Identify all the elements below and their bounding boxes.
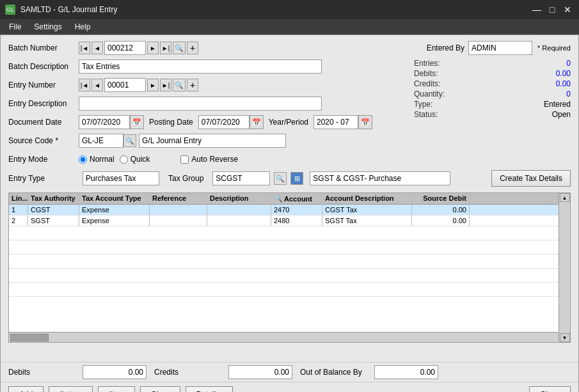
minimize-button[interactable]: —	[530, 4, 543, 15]
entry-mode-normal-label: Normal	[90, 155, 115, 164]
entry-mode-quick-radio[interactable]	[120, 155, 128, 164]
entry-add-btn[interactable]: +	[187, 79, 198, 91]
batch-first-btn[interactable]: |◄	[79, 42, 90, 54]
quantity-label: Quantity:	[414, 90, 445, 98]
batch-number-input[interactable]: 000212	[104, 41, 146, 55]
add-button[interactable]: Add	[8, 386, 44, 392]
source-code-label: Source Code *	[8, 136, 79, 145]
table-row[interactable]: 1 CGST Expense 2470 CGST Tax 0.00	[9, 205, 559, 216]
entry-nav-controls: |◄ ◄ 00001 ► ►| 🔍 +	[79, 78, 198, 92]
menu-bar: File Settings Help	[0, 19, 579, 35]
detail-button[interactable]: Detail...	[186, 386, 234, 392]
batch-add-btn[interactable]: +	[187, 42, 198, 54]
bottom-totals: Debits 0.00 Credits 0.00 Out of Balance …	[1, 362, 578, 382]
status-value: Open	[552, 110, 571, 119]
source-code-input[interactable]: GL-JE	[79, 134, 123, 148]
create-tax-details-btn[interactable]: Create Tax Details	[491, 170, 571, 187]
tax-group-desc-input[interactable]: SGST & CGST- Purchase	[310, 171, 450, 185]
entry-search-btn[interactable]: 🔍	[173, 79, 186, 91]
entries-value: 0	[532, 59, 571, 68]
source-code-search-btn[interactable]: 🔍	[123, 134, 136, 147]
dates-row: Document Date 07/07/2020 📅 Posting Date …	[8, 114, 408, 130]
td-src-debit-1: 0.00	[412, 205, 470, 215]
clear-button[interactable]: Clear	[140, 386, 180, 392]
entry-last-btn[interactable]: ►|	[160, 79, 171, 91]
debits-total-input[interactable]: 0.00	[83, 365, 147, 379]
entry-number-label: Entry Number	[8, 81, 79, 90]
post-button[interactable]: Post	[98, 386, 135, 392]
td-acct-desc-1: CGST Tax	[322, 205, 412, 215]
credits-total-input[interactable]: 0.00	[228, 365, 292, 379]
entry-mode-normal-radio[interactable]	[79, 155, 87, 164]
year-period-input[interactable]: 2020 - 07	[313, 115, 358, 129]
doc-date-input[interactable]: 07/07/2020	[79, 115, 130, 129]
debits-info-row: Debits: 0.00	[414, 69, 571, 78]
quantity-info-row: Quantity: 0	[414, 90, 571, 98]
batch-next-btn[interactable]: ►	[147, 42, 159, 54]
entry-number-input[interactable]: 00001	[104, 78, 146, 92]
status-label: Status:	[414, 110, 438, 119]
vertical-scrollbar[interactable]: ▲ ▼	[559, 192, 571, 343]
td-ref-2	[150, 216, 207, 226]
tax-group-search-btn[interactable]: 🔍	[274, 172, 287, 185]
td-authority-2: SGST	[28, 216, 79, 226]
horizontal-scrollbar[interactable]	[8, 333, 559, 343]
table-row[interactable]: 2 SGST Expense 2480 SGST Tax 0.00	[9, 216, 559, 226]
posting-date-calendar-btn[interactable]: 📅	[250, 115, 264, 129]
td-desc-2	[207, 216, 271, 226]
entry-mode-quick-group: Quick	[120, 155, 155, 164]
window-title: SAMLTD - G/L Journal Entry	[20, 5, 117, 14]
doc-date-calendar-btn[interactable]: 📅	[130, 115, 144, 129]
posting-date-input[interactable]: 07/07/2020	[198, 115, 250, 129]
auto-reverse-label: Auto Reverse	[191, 155, 238, 164]
year-period-calendar-btn[interactable]: 📅	[358, 115, 372, 129]
entry-next-btn[interactable]: ►	[147, 79, 159, 91]
entries-label: Entries:	[414, 59, 440, 68]
entry-number-row: Entry Number |◄ ◄ 00001 ► ►| 🔍 +	[8, 77, 408, 93]
scroll-up-btn[interactable]: ▲	[560, 193, 570, 202]
tax-group-extra-btn[interactable]: ⊞	[290, 172, 303, 185]
batch-nav-controls: |◄ ◄ 000212 ► ►| 🔍 +	[79, 41, 198, 55]
close-button[interactable]: Close	[529, 386, 571, 392]
auto-reverse-checkbox[interactable]	[180, 155, 189, 164]
entry-mode-normal-group: Normal	[79, 155, 120, 164]
table-row-empty	[9, 283, 559, 297]
batch-desc-row: Batch Description Tax Entries	[8, 59, 408, 74]
batch-desc-input[interactable]: Tax Entries	[79, 59, 322, 74]
menu-help[interactable]: Help	[68, 21, 97, 33]
type-info-row: Type: Entered	[414, 100, 571, 109]
th-src-debit: Source Debit	[412, 193, 470, 204]
batch-last-btn[interactable]: ►|	[160, 42, 171, 54]
hscroll-thumb[interactable]	[10, 334, 49, 341]
footer-buttons: Add Delete Post Clear Detail... Close	[1, 382, 578, 392]
menu-settings[interactable]: Settings	[28, 21, 68, 33]
scroll-down-btn[interactable]: ▼	[560, 333, 570, 342]
entry-desc-label: Entry Description	[8, 99, 79, 108]
tax-group-input[interactable]: SCGST	[212, 171, 270, 185]
td-line-2: 2	[9, 216, 28, 226]
th-reference: Reference	[150, 193, 207, 204]
maximize-button[interactable]: □	[546, 4, 559, 15]
left-column: Batch Description Tax Entries Entry Numb…	[8, 59, 408, 170]
tax-table-inner: Lin... Tax Authority Tax Account Type Re…	[8, 192, 559, 343]
td-acct-type-1: Expense	[79, 205, 150, 215]
entry-prev-btn[interactable]: ◄	[91, 79, 103, 91]
entered-by-input[interactable]: ADMIN	[468, 41, 532, 55]
tax-table-header: Lin... Tax Authority Tax Account Type Re…	[8, 192, 559, 205]
table-row-empty	[9, 255, 559, 269]
menu-file[interactable]: File	[3, 21, 28, 33]
debits-total-group: Debits 0.00	[8, 365, 147, 379]
entry-desc-input[interactable]	[79, 97, 322, 111]
source-code-desc-input[interactable]: G/L Journal Entry	[139, 134, 286, 148]
batch-search-btn[interactable]: 🔍	[173, 42, 186, 54]
debits-value: 0.00	[532, 69, 571, 78]
out-of-balance-input[interactable]: 0.00	[374, 365, 438, 379]
entry-type-input[interactable]: Purchases Tax	[83, 171, 159, 185]
delete-button[interactable]: Delete	[49, 386, 93, 392]
year-period-label: Year/Period	[269, 118, 308, 127]
batch-prev-btn[interactable]: ◄	[91, 42, 103, 54]
auto-reverse-group: Auto Reverse	[180, 155, 238, 164]
entry-first-btn[interactable]: |◄	[79, 79, 90, 91]
tax-table-body: 1 CGST Expense 2470 CGST Tax 0.00 2	[8, 205, 559, 333]
close-window-button[interactable]: ✕	[561, 4, 574, 15]
